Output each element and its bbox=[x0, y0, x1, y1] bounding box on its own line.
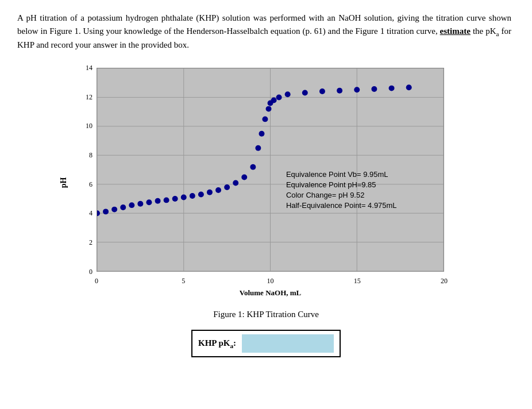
svg-point-38 bbox=[276, 94, 282, 100]
svg-point-39 bbox=[285, 91, 291, 97]
chart-svg: Equivalence Point Vb= 9.95mL Equivalence… bbox=[97, 68, 444, 271]
x-tick-0: 0 bbox=[95, 276, 98, 286]
svg-point-22 bbox=[172, 196, 178, 202]
svg-point-31 bbox=[250, 164, 256, 170]
svg-text:Equivalence Point pH=9.85: Equivalence Point pH=9.85 bbox=[286, 180, 376, 189]
svg-point-17 bbox=[129, 202, 134, 208]
svg-text:Color Change= pH 9.52: Color Change= pH 9.52 bbox=[286, 191, 364, 199]
y-tick-6: 6 bbox=[71, 179, 92, 190]
x-tick-10: 10 bbox=[267, 276, 274, 286]
y-tick-10: 10 bbox=[71, 121, 92, 131]
svg-point-37 bbox=[271, 97, 277, 103]
x-axis-label: Volume NaOH, mL bbox=[97, 287, 444, 299]
svg-point-28 bbox=[224, 184, 230, 190]
svg-point-18 bbox=[137, 201, 143, 207]
chart-plot-area: Equivalence Point Vb= 9.95mL Equivalence… bbox=[97, 68, 444, 272]
svg-point-33 bbox=[259, 131, 264, 137]
svg-point-27 bbox=[215, 187, 221, 193]
y-tick-4: 4 bbox=[71, 208, 92, 218]
svg-point-43 bbox=[354, 87, 360, 92]
svg-point-46 bbox=[406, 84, 412, 90]
svg-point-19 bbox=[146, 199, 152, 205]
x-tick-20: 20 bbox=[441, 276, 448, 286]
svg-point-30 bbox=[241, 174, 247, 180]
svg-text:Half-Equivalence Point= 4.975m: Half-Equivalence Point= 4.975mL bbox=[286, 201, 397, 210]
svg-point-13 bbox=[97, 210, 100, 216]
svg-point-16 bbox=[120, 204, 126, 210]
svg-point-14 bbox=[103, 209, 109, 214]
answer-input[interactable] bbox=[242, 334, 334, 353]
y-tick-14: 14 bbox=[71, 63, 92, 73]
svg-point-45 bbox=[389, 86, 395, 91]
svg-point-21 bbox=[164, 197, 169, 203]
intro-text-part2: the pK bbox=[471, 26, 496, 36]
answer-box-area: KHP pKa: bbox=[17, 330, 515, 357]
y-tick-0: 0 bbox=[71, 267, 92, 277]
intro-paragraph: A pH titration of a potassium hydrogen p… bbox=[17, 11, 511, 52]
answer-box-label: KHP pKa: bbox=[198, 337, 236, 351]
y-tick-2: 2 bbox=[71, 237, 92, 248]
x-tick-15: 15 bbox=[354, 276, 361, 286]
y-tick-12: 12 bbox=[71, 92, 92, 102]
chart-container: pH bbox=[71, 62, 461, 303]
svg-point-24 bbox=[190, 193, 195, 199]
svg-text:Equivalence Point Vb= 9.95mL: Equivalence Point Vb= 9.95mL bbox=[286, 170, 388, 179]
svg-point-29 bbox=[233, 180, 238, 186]
answer-box: KHP pKa: bbox=[191, 330, 341, 357]
svg-point-15 bbox=[111, 207, 117, 213]
svg-point-25 bbox=[198, 191, 204, 197]
estimate-word: estimate bbox=[440, 26, 471, 36]
y-axis-label: pH bbox=[57, 178, 70, 188]
svg-point-35 bbox=[266, 106, 272, 112]
intro-text-part1: A pH titration of a potassium hydrogen p… bbox=[17, 13, 511, 36]
figure-caption: Figure 1: KHP Titration Curve bbox=[17, 308, 515, 321]
svg-point-42 bbox=[337, 88, 342, 94]
svg-point-20 bbox=[155, 198, 161, 204]
chart-area: pH bbox=[17, 62, 515, 303]
svg-point-41 bbox=[319, 88, 325, 94]
svg-point-23 bbox=[181, 194, 187, 200]
svg-point-40 bbox=[302, 90, 308, 95]
svg-point-44 bbox=[371, 86, 377, 92]
svg-point-32 bbox=[255, 145, 261, 151]
y-tick-8: 8 bbox=[71, 150, 92, 160]
svg-point-26 bbox=[207, 190, 213, 195]
x-tick-5: 5 bbox=[182, 276, 185, 286]
svg-point-34 bbox=[262, 116, 268, 122]
